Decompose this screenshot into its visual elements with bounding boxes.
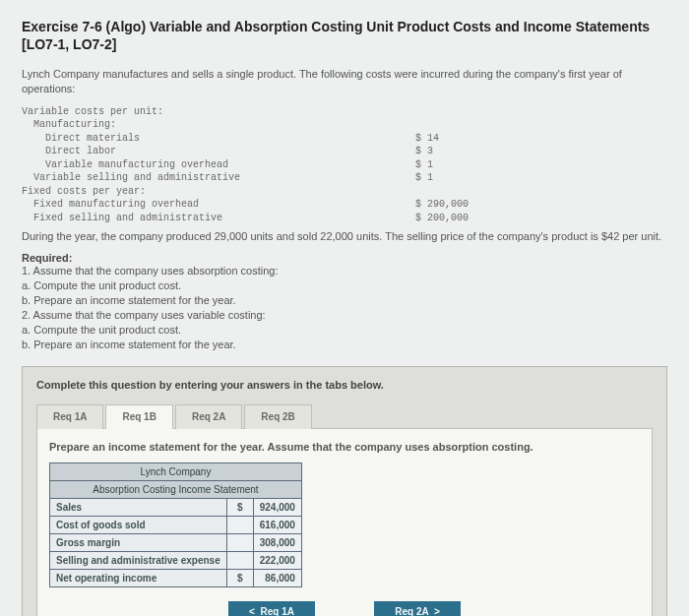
- vmoh-value: $ 1: [415, 158, 433, 172]
- stmt-company: Lynch Company: [50, 462, 302, 480]
- sga-label[interactable]: Selling and administrative expense: [50, 551, 227, 569]
- dl-label: Direct labor: [22, 145, 415, 158]
- sales-value[interactable]: 924,000: [253, 498, 301, 516]
- cogs-label[interactable]: Cost of goods sold: [50, 516, 227, 533]
- req-2: 2. Assume that the company uses variable…: [22, 308, 667, 323]
- tab-instruction: Prepare an income statement for the year…: [49, 441, 640, 453]
- exercise-title: Exercise 7-6 (Algo) Variable and Absorpt…: [22, 18, 667, 53]
- tab-req-2b[interactable]: Req 2B: [244, 404, 311, 429]
- row-cogs: Cost of goods sold 616,000: [50, 516, 302, 533]
- var-heading: Variable costs per unit:: [22, 105, 415, 119]
- next-label: Req 2A: [395, 606, 428, 616]
- gm-value[interactable]: 308,000: [253, 533, 301, 551]
- required-label: Required:: [22, 252, 667, 264]
- sales-sym: $: [226, 498, 253, 516]
- req-1a: a. Compute the unit product cost.: [22, 278, 667, 293]
- fmoh-value: $ 290,000: [415, 198, 469, 212]
- vmoh-label: Variable manufacturing overhead: [22, 158, 415, 172]
- req-1: 1. Assume that the company uses absorpti…: [22, 264, 667, 278]
- req-2b: b. Prepare an income statement for the y…: [22, 338, 667, 352]
- row-gross-margin: Gross margin 308,000: [50, 533, 302, 551]
- mfg-heading: Manufacturing:: [22, 118, 415, 132]
- cogs-value[interactable]: 616,000: [253, 516, 301, 533]
- prev-label: Req 1A: [260, 606, 293, 616]
- row-noi: Net operating income $ 86,000: [50, 569, 302, 586]
- tab-bar: Req 1A Req 1B Req 2A Req 2B: [36, 404, 653, 429]
- fmoh-label: Fixed manufacturing overhead: [22, 198, 415, 212]
- sga-sym: [226, 551, 253, 569]
- stmt-title: Absorption Costing Income Statement: [50, 480, 302, 498]
- nav-buttons: < Req 1A Req 2A >: [49, 601, 640, 616]
- tab-req-1a[interactable]: Req 1A: [36, 404, 103, 429]
- next-button[interactable]: Req 2A >: [374, 601, 461, 616]
- tab-req-2a[interactable]: Req 2A: [175, 404, 242, 429]
- cogs-sym: [226, 516, 253, 533]
- req-1b: b. Prepare an income statement for the y…: [22, 293, 667, 308]
- dl-value: $ 3: [415, 145, 433, 158]
- fix-heading: Fixed costs per year:: [22, 185, 415, 199]
- noi-label[interactable]: Net operating income: [50, 569, 227, 586]
- prompt-text: Complete this question by entering your …: [36, 379, 384, 391]
- fsga-value: $ 200,000: [415, 212, 469, 225]
- tab-body: Prepare an income statement for the year…: [36, 428, 653, 616]
- dm-label: Direct materials: [22, 132, 415, 146]
- dm-value: $ 14: [415, 132, 439, 146]
- required-list: 1. Assume that the company uses absorpti…: [22, 264, 667, 351]
- tab-req-1b[interactable]: Req 1B: [105, 404, 172, 429]
- gm-label[interactable]: Gross margin: [50, 533, 227, 551]
- intro-text: Lynch Company manufactures and sells a s…: [22, 67, 667, 95]
- income-statement-table: Lynch Company Absorption Costing Income …: [49, 462, 302, 587]
- prev-button[interactable]: < Req 1A: [228, 601, 315, 616]
- row-sga: Selling and administrative expense 222,0…: [50, 551, 302, 569]
- row-sales: Sales $ 924,000: [50, 498, 302, 516]
- cost-block: Variable costs per unit: Manufacturing: …: [22, 105, 667, 225]
- sga-value[interactable]: 222,000: [253, 551, 301, 569]
- noi-value[interactable]: 86,000: [253, 569, 301, 586]
- prompt-box: Complete this question by entering your …: [22, 366, 667, 616]
- gm-sym: [226, 533, 253, 551]
- sales-label[interactable]: Sales: [50, 498, 227, 516]
- production-note: During the year, the company produced 29…: [22, 230, 667, 242]
- vsga-value: $ 1: [415, 171, 433, 185]
- vsga-label: Variable selling and administrative: [22, 171, 415, 185]
- req-2a: a. Compute the unit product cost.: [22, 323, 667, 338]
- fsga-label: Fixed selling and administrative: [22, 212, 415, 225]
- noi-sym: $: [226, 569, 253, 586]
